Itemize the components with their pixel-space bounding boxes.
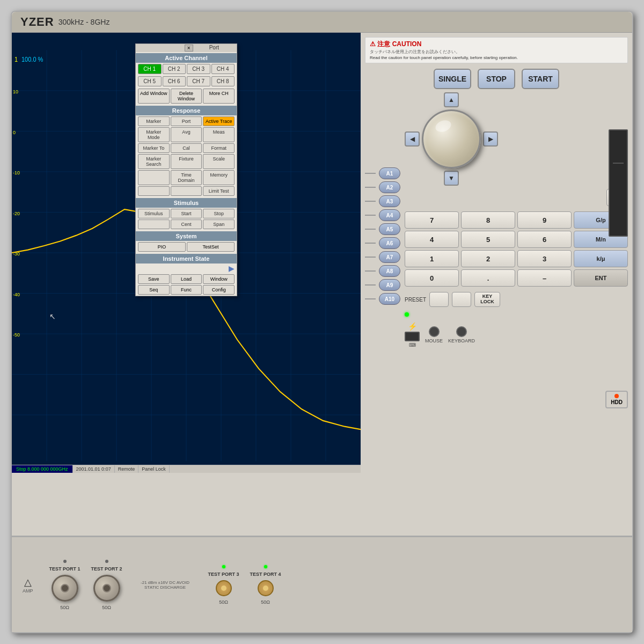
active-trace-button[interactable]: Active Trace bbox=[203, 116, 235, 126]
port-a6-row: A6 bbox=[365, 237, 400, 249]
key-3[interactable]: 3 bbox=[517, 250, 572, 267]
stop-button[interactable]: Stop bbox=[203, 209, 235, 218]
stop-freq: Stop 8.000 000 000GHz bbox=[12, 465, 73, 473]
hdd-label: HDD bbox=[611, 399, 623, 405]
a10-button[interactable]: A10 bbox=[379, 293, 400, 305]
marker-to-button[interactable]: Marker To bbox=[138, 143, 170, 153]
time-domain-button[interactable]: Time Domain bbox=[171, 170, 202, 185]
format-button[interactable]: Format bbox=[203, 143, 235, 153]
seq-button[interactable]: Seq bbox=[138, 285, 170, 295]
main-knob[interactable] bbox=[422, 109, 481, 169]
svg-text:1: 1 bbox=[14, 56, 18, 63]
marker-button[interactable]: Marker bbox=[138, 116, 170, 126]
ch2-button[interactable]: CH 2 bbox=[163, 64, 186, 74]
key-9[interactable]: 9 bbox=[517, 211, 572, 229]
empty2 bbox=[138, 186, 170, 196]
marker-mode-button[interactable]: Marker Mode bbox=[138, 127, 170, 142]
port1-led bbox=[63, 560, 67, 563]
cent-button[interactable]: Cent bbox=[171, 219, 202, 229]
load-button[interactable]: Load bbox=[171, 274, 202, 284]
window-button[interactable]: Window bbox=[203, 274, 235, 284]
delete-window-button[interactable]: Delete Window bbox=[171, 89, 202, 104]
mouse-area: MOUSE bbox=[425, 326, 443, 343]
config-button[interactable]: Config bbox=[203, 285, 235, 295]
amp-symbol: △ bbox=[24, 576, 32, 588]
key-5[interactable]: 5 bbox=[461, 231, 515, 248]
a6-button[interactable]: A6 bbox=[379, 237, 400, 249]
right-arrow-button[interactable]: ▶ bbox=[483, 131, 498, 147]
start-button[interactable]: Start bbox=[171, 209, 202, 218]
port-dash-a7 bbox=[365, 257, 376, 258]
avg-button[interactable]: Avg bbox=[171, 127, 202, 142]
start-button[interactable]: START bbox=[522, 69, 559, 89]
key-7[interactable]: 7 bbox=[405, 211, 459, 229]
marker-search-button[interactable]: Marker Search bbox=[138, 154, 170, 169]
save-button[interactable]: Save bbox=[138, 274, 170, 284]
scale-button[interactable]: Scale bbox=[203, 154, 235, 169]
key-lock-button[interactable]: KEYLOCK bbox=[474, 292, 500, 307]
port-dash-a3 bbox=[365, 201, 376, 202]
a1-button[interactable]: A1 bbox=[379, 167, 400, 179]
single-button[interactable]: SINGLE bbox=[434, 69, 471, 89]
port4-connector bbox=[258, 580, 274, 596]
key-dot[interactable]: . bbox=[461, 269, 515, 287]
a5-button[interactable]: A5 bbox=[379, 223, 400, 235]
left-arrow-button[interactable]: ◀ bbox=[405, 131, 420, 147]
port4-label: TEST PORT 4 bbox=[250, 572, 281, 577]
key-4[interactable]: 4 bbox=[405, 231, 459, 248]
port1-impedance: 50Ω bbox=[60, 605, 69, 610]
ch6-button[interactable]: CH 6 bbox=[163, 76, 186, 86]
stimulus-button[interactable]: Stimulus bbox=[138, 209, 170, 218]
amp-symbol-area: △ AMP bbox=[23, 576, 33, 594]
usb-label: ⌨ bbox=[409, 342, 416, 348]
key-1[interactable]: 1 bbox=[405, 250, 459, 267]
hdd-led bbox=[614, 394, 619, 398]
up-arrow-button[interactable]: ▲ bbox=[444, 92, 459, 107]
pio-button[interactable]: PIO bbox=[138, 242, 186, 252]
testset-button[interactable]: TestSet bbox=[187, 242, 235, 252]
key-2[interactable]: 2 bbox=[461, 250, 515, 267]
a4-button[interactable]: A4 bbox=[379, 209, 400, 221]
func-button[interactable]: Func bbox=[171, 285, 202, 295]
a9-button[interactable]: A9 bbox=[379, 279, 400, 291]
stop-main-button[interactable]: STOP bbox=[478, 69, 515, 89]
ch4-button[interactable]: CH 4 bbox=[211, 64, 235, 74]
connectors-row: ⚡ ⌨ MOUSE KEYBOARD bbox=[405, 322, 628, 348]
down-arrow-button[interactable]: ▼ bbox=[444, 171, 459, 186]
cal-button[interactable]: Cal bbox=[171, 143, 202, 153]
system-row: PIO TestSet bbox=[136, 241, 237, 253]
a7-button[interactable]: A7 bbox=[379, 251, 400, 263]
ch7-button[interactable]: CH 7 bbox=[187, 76, 210, 86]
add-window-button[interactable]: Add Window bbox=[138, 89, 170, 104]
key-minus[interactable]: – bbox=[517, 269, 572, 287]
popup-close-button[interactable]: × bbox=[185, 45, 193, 52]
limit-test-button[interactable]: Limit Test bbox=[203, 186, 235, 196]
ch5-button[interactable]: CH 5 bbox=[138, 76, 162, 86]
ch1-button[interactable]: CH 1 bbox=[138, 64, 162, 74]
preset-btn1[interactable] bbox=[429, 292, 449, 307]
keyboard-connector bbox=[456, 326, 467, 337]
fixture-button[interactable]: Fixture bbox=[171, 154, 202, 169]
a3-button[interactable]: A3 bbox=[379, 195, 400, 207]
ch8-button[interactable]: CH 8 bbox=[211, 76, 235, 86]
key-8[interactable]: 8 bbox=[461, 211, 515, 229]
key-ku[interactable]: k/μ bbox=[574, 250, 628, 267]
port-button[interactable]: Port bbox=[171, 116, 202, 126]
more-ch-button[interactable]: More CH bbox=[203, 89, 235, 104]
scroll-arrow[interactable]: ▶ bbox=[229, 264, 235, 273]
ch3-button[interactable]: CH 3 bbox=[187, 64, 210, 74]
key-ent[interactable]: ENT bbox=[574, 269, 628, 287]
port-dash-a4 bbox=[365, 215, 376, 216]
key-6[interactable]: 6 bbox=[517, 231, 572, 248]
memory-button[interactable]: Memory bbox=[203, 170, 235, 185]
popup-close-row: × Port bbox=[136, 44, 237, 52]
warning-text: -21 dBm ±16V DC AVOID STATIC DISCHARGE bbox=[133, 580, 197, 590]
a8-button[interactable]: A8 bbox=[379, 265, 400, 277]
window-row: Add Window Delete Window More CH bbox=[136, 87, 237, 105]
preset-btn2[interactable] bbox=[452, 292, 471, 307]
meas-button[interactable]: Meas bbox=[203, 127, 235, 142]
key-0[interactable]: 0 bbox=[405, 269, 459, 287]
a2-button[interactable]: A2 bbox=[379, 181, 400, 193]
span-button[interactable]: Span bbox=[203, 219, 235, 229]
usb-area: ⚡ ⌨ bbox=[405, 322, 420, 348]
